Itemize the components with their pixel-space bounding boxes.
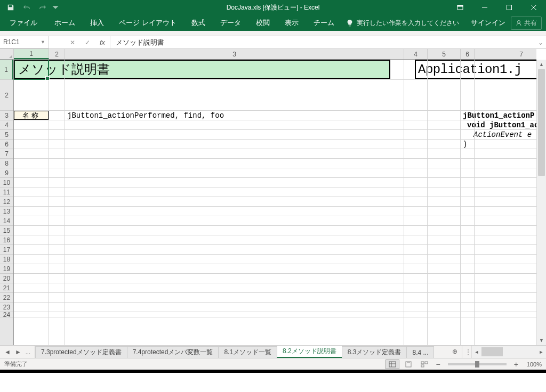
row-header[interactable]: 15 <box>0 226 13 235</box>
tab-nav-prev[interactable]: ◄ <box>3 348 12 356</box>
sheet-tab[interactable]: 7.4protectedメンバ変数一覧 <box>127 346 219 358</box>
row-header[interactable]: 17 <box>0 245 13 255</box>
name-box[interactable]: R1C1 ▼ <box>0 36 49 48</box>
row-header[interactable]: 6 <box>0 140 13 149</box>
row-header[interactable]: 16 <box>0 235 13 245</box>
view-normal-button[interactable] <box>386 360 399 369</box>
zoom-in-button[interactable]: + <box>512 361 520 368</box>
row-header[interactable]: 4 <box>0 120 13 130</box>
cell-title-method-doc[interactable]: メソッド説明書 <box>14 60 390 79</box>
vscroll-thumb[interactable] <box>538 69 545 176</box>
scroll-left-button[interactable]: ◄ <box>472 349 481 355</box>
add-sheet-button[interactable]: ⊕ <box>448 346 462 358</box>
insert-function-button[interactable]: fx <box>95 38 110 46</box>
qat-customize-icon[interactable] <box>51 1 60 14</box>
select-all-corner[interactable] <box>0 49 14 60</box>
cell-grid[interactable]: メソッド説明書 Application1.j 名称 jButton1_actio… <box>14 60 536 345</box>
row-header[interactable]: 18 <box>0 255 13 264</box>
redo-button[interactable] <box>35 1 50 14</box>
formula-input[interactable]: メソッド説明書 <box>110 36 535 48</box>
tell-me-search[interactable]: 実行したい作業を入力してください <box>346 19 459 28</box>
row-header[interactable]: 24 <box>0 312 13 317</box>
col-header[interactable]: 7 <box>475 49 546 59</box>
row-header[interactable]: 5 <box>0 130 13 140</box>
hscroll-thumb[interactable] <box>481 347 503 356</box>
view-pagelayout-button[interactable] <box>402 360 415 369</box>
cell-code-line3[interactable]: ActionEvent e <box>471 130 536 140</box>
signin-link[interactable]: サインイン <box>471 18 505 28</box>
zoom-out-button[interactable]: − <box>433 361 442 368</box>
sheet-tab[interactable]: 8.1メソッド一覧 <box>218 346 277 358</box>
zoom-slider[interactable] <box>448 363 507 365</box>
row-header[interactable]: 7 <box>0 149 13 159</box>
cell-label-name[interactable]: 名称 <box>14 111 49 120</box>
scroll-right-button[interactable]: ► <box>536 349 546 355</box>
col-header[interactable]: 6 <box>461 49 475 59</box>
vertical-scrollbar[interactable]: ▲ ▼ <box>536 60 546 345</box>
sheet-tab[interactable]: 8.4 ... <box>406 346 434 358</box>
person-icon <box>516 20 522 26</box>
row-header[interactable]: 13 <box>0 207 13 216</box>
row-headers[interactable]: 123456789101112131415161718192021222324 <box>0 60 14 345</box>
row-header[interactable]: 10 <box>0 178 13 187</box>
scroll-up-button[interactable]: ▲ <box>537 60 546 69</box>
tab-view[interactable]: 表示 <box>277 15 306 31</box>
tab-split-handle[interactable]: ⋮ <box>465 346 471 358</box>
row-header[interactable]: 22 <box>0 293 13 303</box>
maximize-button[interactable] <box>497 0 521 15</box>
cell-title-application[interactable]: Application1.j <box>415 60 536 79</box>
horizontal-scrollbar[interactable]: ◄ ► <box>471 346 546 358</box>
cell-code-line1[interactable]: jButton1_actionP <box>461 111 536 120</box>
row-header[interactable]: 19 <box>0 264 13 274</box>
zoom-thumb[interactable] <box>475 361 479 368</box>
col-header[interactable]: 1 <box>14 49 49 59</box>
tab-nav-next[interactable]: ► <box>14 348 22 356</box>
row-header[interactable]: 12 <box>0 197 13 207</box>
tab-review[interactable]: 校閲 <box>248 15 277 31</box>
col-header[interactable]: 3 <box>65 49 404 59</box>
tab-file[interactable]: ファイル <box>2 15 47 31</box>
cell-code-line2[interactable]: void jButton1_ac <box>465 120 536 130</box>
formula-bar: R1C1 ▼ ✕ ✓ fx メソッド説明書 ⌄ <box>0 36 546 49</box>
sheet-tab[interactable]: 8.3メソッド定義書 <box>342 346 407 358</box>
save-button[interactable] <box>3 1 18 14</box>
col-header[interactable]: 2 <box>49 49 65 59</box>
row-header[interactable]: 14 <box>0 216 13 226</box>
col-header[interactable]: 5 <box>428 49 461 59</box>
row-header[interactable]: 3 <box>0 111 13 120</box>
tab-team[interactable]: チーム <box>306 15 342 31</box>
tab-nav-more[interactable]: ... <box>25 349 31 355</box>
worksheet[interactable]: 1234567 12345678910111213141516171819202… <box>0 49 546 345</box>
tab-data[interactable]: データ <box>213 15 248 31</box>
ribbon-display-button[interactable] <box>448 0 472 15</box>
row-header[interactable]: 11 <box>0 187 13 197</box>
minimize-button[interactable] <box>472 0 497 15</box>
share-button[interactable]: 共有 <box>511 17 542 30</box>
tab-pagelayout[interactable]: ページ レイアウト <box>111 15 184 31</box>
bottom-border <box>0 370 546 373</box>
row-header[interactable]: 20 <box>0 274 13 283</box>
row-header[interactable]: 9 <box>0 168 13 178</box>
name-box-value: R1C1 <box>3 38 20 46</box>
sheet-tab[interactable]: 7.3protectedメソッド定義書 <box>35 346 127 358</box>
expand-formula-bar-button[interactable]: ⌄ <box>535 36 546 48</box>
sheet-tab[interactable]: 8.2メソッド説明書 <box>277 346 342 358</box>
tab-insert[interactable]: 挿入 <box>83 15 111 31</box>
col-header[interactable]: 4 <box>404 49 428 59</box>
close-button[interactable] <box>521 0 546 15</box>
zoom-level[interactable]: 100% <box>527 361 542 368</box>
column-headers[interactable]: 1234567 <box>14 49 536 60</box>
tab-home[interactable]: ホーム <box>47 15 83 31</box>
cancel-formula-button[interactable]: ✕ <box>65 39 80 46</box>
row-header[interactable]: 8 <box>0 159 13 168</box>
scroll-down-button[interactable]: ▼ <box>537 336 546 345</box>
undo-button[interactable] <box>19 1 34 14</box>
enter-formula-button[interactable]: ✓ <box>80 39 95 46</box>
row-header[interactable]: 2 <box>0 80 13 111</box>
cell-code-line4[interactable]: ) <box>461 140 482 149</box>
cell-methods-list[interactable]: jButton1_actionPerformed, find, foo <box>65 111 385 120</box>
view-pagebreak-button[interactable] <box>417 360 431 369</box>
tab-formulas[interactable]: 数式 <box>184 15 213 31</box>
row-header[interactable]: 1 <box>0 60 13 80</box>
row-header[interactable]: 21 <box>0 283 13 293</box>
